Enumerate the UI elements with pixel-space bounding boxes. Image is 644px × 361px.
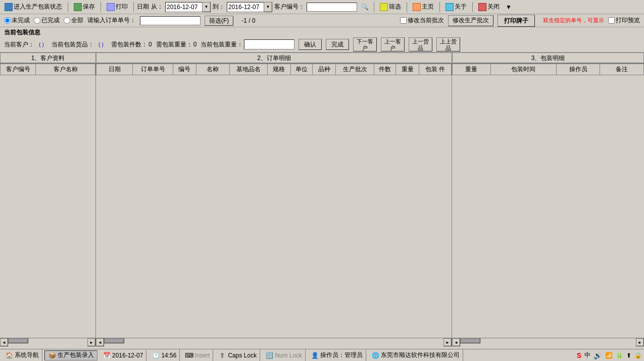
incomplete-radio-label[interactable]: 未完成 xyxy=(4,16,30,25)
table2-scroll-right[interactable]: ► xyxy=(443,338,452,346)
incomplete-label: 未完成 xyxy=(12,16,30,25)
all-radio[interactable] xyxy=(64,17,70,24)
date-label: 日期 xyxy=(137,3,149,11)
prev-goods-btn[interactable]: 上一货品 xyxy=(409,37,432,51)
to-date-combo[interactable]: ▼ xyxy=(227,2,272,12)
to-date-dropdown[interactable]: ▼ xyxy=(264,2,272,12)
goods-value: （） xyxy=(95,40,107,49)
to-date-input[interactable] xyxy=(227,2,264,12)
to-label: 到： xyxy=(213,3,225,11)
sep5 xyxy=(407,2,407,12)
table3-scroll-thumb[interactable] xyxy=(460,338,480,343)
all-label: 全部 xyxy=(71,16,83,25)
filter-search-btn[interactable]: 筛选(F) xyxy=(205,16,233,26)
table1-hscroll: ◄ ► xyxy=(0,338,96,346)
home-btn[interactable]: 主页 xyxy=(410,1,436,13)
sep2 xyxy=(101,2,101,12)
modify-batch-btn[interactable]: 修改生产批次 xyxy=(448,15,493,26)
next-customer-btn[interactable]: 上一客户 xyxy=(381,37,405,51)
from-date-input[interactable] xyxy=(165,2,203,12)
goods-field-label: 当前包装货品： xyxy=(52,40,94,49)
filter-label: 筛选 xyxy=(389,3,401,11)
pack-taskbar-btn[interactable]: 📦 生产包装录入 xyxy=(44,350,97,360)
order-input[interactable] xyxy=(140,16,201,25)
operator-icon: 👤 xyxy=(311,351,319,359)
complete-label: 已完成 xyxy=(41,16,60,25)
capslock-item: ⇪ Caps Lock xyxy=(215,349,260,361)
table3-scroll-right[interactable]: ► xyxy=(636,338,644,346)
table1-scroll-bar[interactable]: ◄ ► xyxy=(0,338,95,346)
tables-row: 客户编号 客户名称 xyxy=(0,64,644,338)
complete-radio[interactable] xyxy=(34,17,40,24)
from-date-combo[interactable]: ▼ xyxy=(165,2,211,12)
order-label: 请输入订单单号： xyxy=(87,16,136,25)
current-weight-input[interactable] xyxy=(244,39,294,49)
table3-scroll-left[interactable]: ◄ xyxy=(452,338,460,346)
next-goods-btn[interactable]: 上上货品 xyxy=(436,37,460,51)
t3-weight: 重量 xyxy=(453,64,491,75)
table2: 日期 订单单号 编号 名称 基地品名 规格 单位 品种 生产批次 件数 重量 包… xyxy=(96,64,452,75)
parts-label: 需包装件数： xyxy=(111,40,147,49)
parts-value: 0 xyxy=(148,41,152,48)
enter-pack-btn[interactable]: 进入生产包装状态 xyxy=(2,1,65,13)
table3: 重量 包装时间 操作员 备注 xyxy=(452,64,644,75)
incomplete-radio[interactable] xyxy=(4,17,11,24)
status-icon-3: 🔋 xyxy=(616,352,623,359)
table1-scroll[interactable]: 客户编号 客户名称 xyxy=(0,64,95,338)
print-preview-label[interactable]: 打印预览 xyxy=(608,16,640,25)
close-btn[interactable]: 关闭 xyxy=(476,1,502,13)
toolbar-more-btn[interactable]: ▼ xyxy=(504,3,513,12)
cust-search-btn[interactable]: 🔍 xyxy=(359,3,371,12)
modify-batch-label: 修改当前批次 xyxy=(408,16,444,25)
all-radio-label[interactable]: 全部 xyxy=(64,16,83,25)
modify-batch-checkbox-label[interactable]: 修改当前批次 xyxy=(400,16,444,25)
table2-scroll[interactable]: 日期 订单单号 编号 名称 基地品名 规格 单位 品种 生产批次 件数 重量 包… xyxy=(96,64,452,338)
t2-unit: 单位 xyxy=(290,64,312,75)
enter-pack-icon xyxy=(5,3,13,11)
page-info: -1 / 0 xyxy=(241,17,255,24)
print-label-btn[interactable]: 打印牌子 xyxy=(498,15,535,27)
about-btn[interactable]: 关于 xyxy=(443,1,469,13)
nav-item: 🏠 系统导航 xyxy=(2,349,42,361)
t2-name: 名称 xyxy=(196,64,229,75)
home-label: 主页 xyxy=(422,3,434,11)
table1: 客户编号 客户名称 xyxy=(0,64,95,75)
t2-pack: 包装 件 xyxy=(419,64,452,75)
table2-scroll-thumb[interactable] xyxy=(104,338,124,343)
time-item: 🕐 14:56 xyxy=(148,349,180,361)
statusbar: 🏠 系统导航 📦 生产包装录入 📅 2016-12-07 🕐 14:56 ⌨ I… xyxy=(0,349,644,361)
table1-col-custid: 客户编号 xyxy=(1,64,36,75)
table3-scroll[interactable]: 重量 包装时间 操作员 备注 xyxy=(452,64,644,338)
table1-scroll-right[interactable]: ► xyxy=(87,338,95,346)
table2-hscroll: ◄ ► xyxy=(96,338,452,346)
enter-pack-label: 进入生产包装状态 xyxy=(14,3,62,11)
confirm-btn[interactable]: 确认 xyxy=(299,39,322,50)
status-icon-2: 📶 xyxy=(605,352,613,359)
modify-batch-checkbox[interactable] xyxy=(400,17,407,24)
print-label: 打印 xyxy=(116,3,128,11)
save-btn[interactable]: 保存 xyxy=(71,1,97,13)
from-date-dropdown[interactable]: ▼ xyxy=(203,2,211,12)
t2-variety: 品种 xyxy=(313,64,336,75)
about-icon xyxy=(445,3,454,11)
cust-input[interactable] xyxy=(307,3,357,12)
prev-customer-btn[interactable]: 下一客户 xyxy=(353,37,377,51)
logo-s: S xyxy=(577,351,581,359)
t2-ordernum: 订单单号 xyxy=(133,64,173,75)
goods-field: 当前包装货品： （） xyxy=(52,40,107,49)
customer-field-label: 当前客户： xyxy=(4,40,34,49)
t2-batch: 生产批次 xyxy=(336,64,374,75)
complete-radio-label[interactable]: 已完成 xyxy=(34,16,60,25)
table1-scroll-left[interactable]: ◄ xyxy=(0,338,8,346)
status-right: S 中 🔊 📶 🔋 ⬆ 🔒 xyxy=(577,351,642,359)
table3-scroll-bar[interactable]: ◄ ► xyxy=(452,338,644,346)
table2-scroll-bar[interactable]: ◄ ► xyxy=(96,338,452,346)
table2-scroll-left[interactable]: ◄ xyxy=(96,338,104,346)
complete-btn[interactable]: 完成 xyxy=(326,39,349,50)
t3-packtime: 包装时间 xyxy=(490,64,556,75)
table2-container: 日期 订单单号 编号 名称 基地品名 规格 单位 品种 生产批次 件数 重量 包… xyxy=(96,64,452,338)
table1-scroll-thumb[interactable] xyxy=(8,338,28,343)
print-btn[interactable]: 打印 xyxy=(104,1,130,13)
print-preview-checkbox[interactable] xyxy=(608,17,615,24)
toolbar-filter-btn[interactable]: 筛选 xyxy=(377,1,404,13)
